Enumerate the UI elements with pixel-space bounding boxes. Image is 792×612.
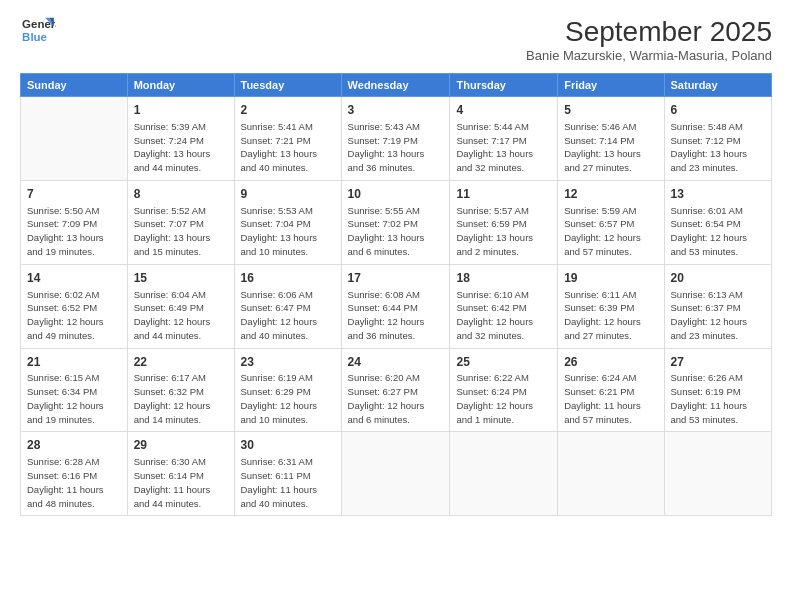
day-info: Sunrise: 6:22 AM Sunset: 6:24 PM Dayligh…: [456, 371, 551, 426]
calendar-week-row: 21Sunrise: 6:15 AM Sunset: 6:34 PM Dayli…: [21, 348, 772, 432]
day-number: 27: [671, 354, 765, 371]
day-number: 1: [134, 102, 228, 119]
day-number: 10: [348, 186, 444, 203]
calendar-cell: 3Sunrise: 5:43 AM Sunset: 7:19 PM Daylig…: [341, 97, 450, 181]
calendar-cell: 19Sunrise: 6:11 AM Sunset: 6:39 PM Dayli…: [558, 264, 664, 348]
calendar-cell: 2Sunrise: 5:41 AM Sunset: 7:21 PM Daylig…: [234, 97, 341, 181]
calendar-cell: 4Sunrise: 5:44 AM Sunset: 7:17 PM Daylig…: [450, 97, 558, 181]
calendar-week-row: 14Sunrise: 6:02 AM Sunset: 6:52 PM Dayli…: [21, 264, 772, 348]
day-info: Sunrise: 5:59 AM Sunset: 6:57 PM Dayligh…: [564, 204, 657, 259]
calendar-cell: [21, 97, 128, 181]
col-wednesday: Wednesday: [341, 74, 450, 97]
day-number: 19: [564, 270, 657, 287]
calendar-cell: 15Sunrise: 6:04 AM Sunset: 6:49 PM Dayli…: [127, 264, 234, 348]
day-info: Sunrise: 6:20 AM Sunset: 6:27 PM Dayligh…: [348, 371, 444, 426]
day-number: 12: [564, 186, 657, 203]
calendar-cell: 8Sunrise: 5:52 AM Sunset: 7:07 PM Daylig…: [127, 180, 234, 264]
calendar-cell: 26Sunrise: 6:24 AM Sunset: 6:21 PM Dayli…: [558, 348, 664, 432]
day-info: Sunrise: 5:43 AM Sunset: 7:19 PM Dayligh…: [348, 120, 444, 175]
day-number: 20: [671, 270, 765, 287]
calendar-cell: [664, 432, 771, 516]
day-info: Sunrise: 6:13 AM Sunset: 6:37 PM Dayligh…: [671, 288, 765, 343]
day-info: Sunrise: 5:46 AM Sunset: 7:14 PM Dayligh…: [564, 120, 657, 175]
day-info: Sunrise: 5:57 AM Sunset: 6:59 PM Dayligh…: [456, 204, 551, 259]
day-number: 30: [241, 437, 335, 454]
svg-text:Blue: Blue: [22, 31, 47, 43]
calendar-cell: 11Sunrise: 5:57 AM Sunset: 6:59 PM Dayli…: [450, 180, 558, 264]
day-number: 16: [241, 270, 335, 287]
location: Banie Mazurskie, Warmia-Masuria, Poland: [526, 48, 772, 63]
calendar-cell: 29Sunrise: 6:30 AM Sunset: 6:14 PM Dayli…: [127, 432, 234, 516]
calendar-header-row: Sunday Monday Tuesday Wednesday Thursday…: [21, 74, 772, 97]
calendar-cell: 18Sunrise: 6:10 AM Sunset: 6:42 PM Dayli…: [450, 264, 558, 348]
calendar-cell: 6Sunrise: 5:48 AM Sunset: 7:12 PM Daylig…: [664, 97, 771, 181]
day-number: 24: [348, 354, 444, 371]
day-number: 29: [134, 437, 228, 454]
col-thursday: Thursday: [450, 74, 558, 97]
header: General Blue September 2025 Banie Mazurs…: [20, 16, 772, 63]
calendar-cell: 27Sunrise: 6:26 AM Sunset: 6:19 PM Dayli…: [664, 348, 771, 432]
day-number: 11: [456, 186, 551, 203]
day-info: Sunrise: 6:08 AM Sunset: 6:44 PM Dayligh…: [348, 288, 444, 343]
day-info: Sunrise: 6:06 AM Sunset: 6:47 PM Dayligh…: [241, 288, 335, 343]
calendar-cell: [450, 432, 558, 516]
day-info: Sunrise: 5:52 AM Sunset: 7:07 PM Dayligh…: [134, 204, 228, 259]
calendar-cell: 21Sunrise: 6:15 AM Sunset: 6:34 PM Dayli…: [21, 348, 128, 432]
logo: General Blue: [20, 16, 56, 46]
day-info: Sunrise: 6:15 AM Sunset: 6:34 PM Dayligh…: [27, 371, 121, 426]
day-number: 18: [456, 270, 551, 287]
day-info: Sunrise: 5:55 AM Sunset: 7:02 PM Dayligh…: [348, 204, 444, 259]
day-number: 8: [134, 186, 228, 203]
calendar-cell: 12Sunrise: 5:59 AM Sunset: 6:57 PM Dayli…: [558, 180, 664, 264]
day-info: Sunrise: 6:11 AM Sunset: 6:39 PM Dayligh…: [564, 288, 657, 343]
calendar-cell: 16Sunrise: 6:06 AM Sunset: 6:47 PM Dayli…: [234, 264, 341, 348]
day-number: 9: [241, 186, 335, 203]
day-number: 22: [134, 354, 228, 371]
calendar-cell: 25Sunrise: 6:22 AM Sunset: 6:24 PM Dayli…: [450, 348, 558, 432]
logo-icon: General Blue: [20, 16, 56, 46]
day-number: 28: [27, 437, 121, 454]
calendar-cell: 24Sunrise: 6:20 AM Sunset: 6:27 PM Dayli…: [341, 348, 450, 432]
day-number: 5: [564, 102, 657, 119]
calendar-cell: 30Sunrise: 6:31 AM Sunset: 6:11 PM Dayli…: [234, 432, 341, 516]
calendar-cell: 13Sunrise: 6:01 AM Sunset: 6:54 PM Dayli…: [664, 180, 771, 264]
day-number: 23: [241, 354, 335, 371]
day-info: Sunrise: 6:10 AM Sunset: 6:42 PM Dayligh…: [456, 288, 551, 343]
calendar-cell: 23Sunrise: 6:19 AM Sunset: 6:29 PM Dayli…: [234, 348, 341, 432]
day-number: 3: [348, 102, 444, 119]
calendar-cell: 22Sunrise: 6:17 AM Sunset: 6:32 PM Dayli…: [127, 348, 234, 432]
calendar-cell: 10Sunrise: 5:55 AM Sunset: 7:02 PM Dayli…: [341, 180, 450, 264]
page: General Blue September 2025 Banie Mazurs…: [0, 0, 792, 612]
day-number: 6: [671, 102, 765, 119]
day-info: Sunrise: 6:04 AM Sunset: 6:49 PM Dayligh…: [134, 288, 228, 343]
day-info: Sunrise: 6:30 AM Sunset: 6:14 PM Dayligh…: [134, 455, 228, 510]
col-sunday: Sunday: [21, 74, 128, 97]
day-number: 21: [27, 354, 121, 371]
col-tuesday: Tuesday: [234, 74, 341, 97]
calendar-cell: 28Sunrise: 6:28 AM Sunset: 6:16 PM Dayli…: [21, 432, 128, 516]
calendar-cell: 14Sunrise: 6:02 AM Sunset: 6:52 PM Dayli…: [21, 264, 128, 348]
day-info: Sunrise: 6:26 AM Sunset: 6:19 PM Dayligh…: [671, 371, 765, 426]
day-info: Sunrise: 6:28 AM Sunset: 6:16 PM Dayligh…: [27, 455, 121, 510]
day-info: Sunrise: 5:41 AM Sunset: 7:21 PM Dayligh…: [241, 120, 335, 175]
day-info: Sunrise: 6:19 AM Sunset: 6:29 PM Dayligh…: [241, 371, 335, 426]
day-info: Sunrise: 5:39 AM Sunset: 7:24 PM Dayligh…: [134, 120, 228, 175]
day-number: 25: [456, 354, 551, 371]
calendar-cell: 17Sunrise: 6:08 AM Sunset: 6:44 PM Dayli…: [341, 264, 450, 348]
day-info: Sunrise: 5:44 AM Sunset: 7:17 PM Dayligh…: [456, 120, 551, 175]
day-number: 26: [564, 354, 657, 371]
calendar-cell: [558, 432, 664, 516]
calendar-cell: 9Sunrise: 5:53 AM Sunset: 7:04 PM Daylig…: [234, 180, 341, 264]
calendar-cell: 5Sunrise: 5:46 AM Sunset: 7:14 PM Daylig…: [558, 97, 664, 181]
month-title: September 2025: [526, 16, 772, 48]
col-friday: Friday: [558, 74, 664, 97]
day-number: 17: [348, 270, 444, 287]
calendar-cell: 20Sunrise: 6:13 AM Sunset: 6:37 PM Dayli…: [664, 264, 771, 348]
day-info: Sunrise: 5:53 AM Sunset: 7:04 PM Dayligh…: [241, 204, 335, 259]
day-info: Sunrise: 6:02 AM Sunset: 6:52 PM Dayligh…: [27, 288, 121, 343]
calendar-cell: 1Sunrise: 5:39 AM Sunset: 7:24 PM Daylig…: [127, 97, 234, 181]
day-number: 7: [27, 186, 121, 203]
calendar-table: Sunday Monday Tuesday Wednesday Thursday…: [20, 73, 772, 516]
day-info: Sunrise: 6:01 AM Sunset: 6:54 PM Dayligh…: [671, 204, 765, 259]
calendar-week-row: 28Sunrise: 6:28 AM Sunset: 6:16 PM Dayli…: [21, 432, 772, 516]
